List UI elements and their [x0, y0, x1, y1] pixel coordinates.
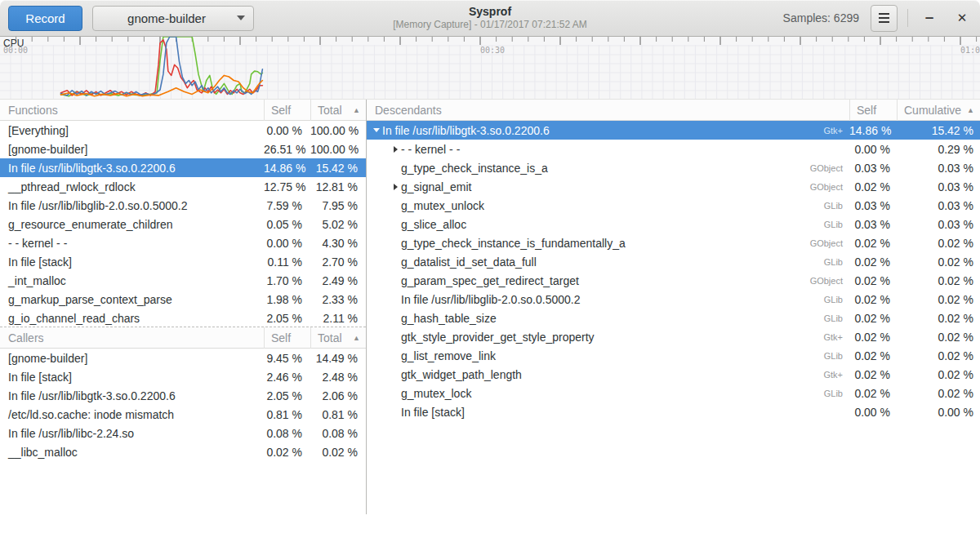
- table-row[interactable]: /etc/ld.so.cache: inode mismatch 0.81 % …: [0, 405, 366, 424]
- function-name: - - kernel - -: [0, 237, 264, 250]
- function-name: g_resource_enumerate_children: [0, 218, 264, 231]
- table-row[interactable]: In file /usr/lib/libglib-2.0.so.0.5000.2…: [367, 290, 980, 309]
- function-name: In file /usr/lib/libgtk-3.so.0.2200.6: [382, 124, 550, 137]
- minimize-button[interactable]: −: [918, 7, 941, 29]
- total-percent: 0.02 %: [310, 446, 366, 459]
- function-name: __libc_malloc: [0, 446, 264, 459]
- total-column-header[interactable]: Total ▲: [310, 100, 366, 121]
- expander-icon[interactable]: [390, 184, 401, 190]
- functions-column-header[interactable]: Functions: [0, 104, 264, 117]
- table-row[interactable]: In file /usr/lib/libgtk-3.so.0.2200.6 14…: [0, 158, 366, 177]
- table-row[interactable]: g_datalist_id_set_data_full GLib 0.02 % …: [367, 252, 980, 271]
- function-name: g_type_check_instance_is_a: [401, 162, 548, 175]
- function-name: gtk_widget_path_length: [401, 368, 522, 381]
- table-row[interactable]: [gnome-builder] 26.51 % 100.00 %: [0, 140, 366, 158]
- self-percent: 0.02 %: [849, 237, 897, 250]
- self-percent: 0.00 %: [849, 406, 897, 419]
- process-selector-dropdown[interactable]: gnome-builder: [92, 6, 254, 31]
- library-tag: GObject: [810, 238, 849, 248]
- function-name: g_io_channel_read_chars: [0, 312, 264, 325]
- callers-table: Callers Self Total ▲ [gnome-builder] 9.4…: [0, 327, 366, 461]
- total-percent: 15.42 %: [310, 162, 366, 175]
- table-row[interactable]: In file /usr/lib/libglib-2.0.so.0.5000.2…: [0, 196, 366, 215]
- table-row[interactable]: g_param_spec_get_redirect_target GObject…: [367, 271, 980, 290]
- callers-table-header: Callers Self Total ▲: [0, 327, 366, 349]
- table-row[interactable]: __libc_malloc 0.02 % 0.02 %: [0, 442, 366, 461]
- table-row[interactable]: In file [stack] 0.00 % 0.00 %: [367, 402, 980, 421]
- cumulative-percent: 0.02 %: [897, 387, 980, 400]
- table-row[interactable]: _int_malloc 1.70 % 2.49 %: [0, 271, 366, 290]
- function-name: g_param_spec_get_redirect_target: [401, 274, 579, 287]
- table-row[interactable]: g_hash_table_size GLib 0.02 % 0.02 %: [367, 309, 980, 327]
- table-row[interactable]: g_resource_enumerate_children 0.05 % 5.0…: [0, 215, 366, 233]
- table-row[interactable]: In file /usr/lib/libc-2.24.so 0.08 % 0.0…: [0, 424, 366, 442]
- cumulative-percent: 0.02 %: [897, 312, 980, 325]
- self-percent: 0.00 %: [264, 124, 310, 137]
- table-row[interactable]: - - kernel - - 0.00 % 0.29 %: [367, 140, 980, 158]
- table-row[interactable]: g_mutex_unlock GLib 0.03 % 0.03 %: [367, 196, 980, 215]
- function-name: In file [stack]: [0, 371, 264, 384]
- library-tag: GLib: [824, 257, 849, 267]
- record-button[interactable]: Record: [8, 6, 82, 31]
- self-percent: 0.03 %: [849, 218, 897, 231]
- table-row[interactable]: g_mutex_lock GLib 0.02 % 0.02 %: [367, 384, 980, 402]
- total-percent: 100.00 %: [310, 124, 366, 137]
- self-column-header[interactable]: Self: [264, 327, 310, 349]
- sort-ascending-icon: ▲: [967, 100, 974, 121]
- table-row[interactable]: gtk_style_provider_get_style_property Gt…: [367, 327, 980, 346]
- library-tag: GObject: [810, 163, 849, 173]
- self-percent: 0.08 %: [264, 427, 310, 440]
- self-percent: 0.00 %: [264, 237, 310, 250]
- callers-column-header[interactable]: Callers: [0, 331, 264, 344]
- function-name: g_hash_table_size: [401, 312, 497, 325]
- table-row[interactable]: g_type_check_instance_is_fundamentally_a…: [367, 233, 980, 252]
- table-row[interactable]: g_signal_emit GObject 0.02 % 0.03 %: [367, 177, 980, 196]
- function-name: g_mutex_unlock: [401, 199, 484, 212]
- total-percent: 2.33 %: [310, 293, 366, 306]
- cumulative-column-header[interactable]: Cumulative ▲: [897, 100, 980, 121]
- function-name: [gnome-builder]: [0, 352, 264, 365]
- expander-icon[interactable]: [390, 146, 401, 153]
- self-column-header[interactable]: Self: [849, 100, 897, 121]
- table-row[interactable]: g_type_check_instance_is_a GObject 0.03 …: [367, 158, 980, 177]
- table-row[interactable]: g_slice_alloc GLib 0.03 % 0.03 %: [367, 215, 980, 233]
- total-percent: 2.49 %: [310, 274, 366, 287]
- expander-icon[interactable]: [371, 128, 382, 132]
- close-button[interactable]: ✕: [951, 7, 973, 29]
- table-row[interactable]: g_list_remove_link GLib 0.02 % 0.02 %: [367, 346, 980, 365]
- table-row[interactable]: In file [stack] 0.11 % 2.70 %: [0, 252, 366, 271]
- self-column-header[interactable]: Self: [264, 100, 310, 121]
- library-tag: GLib: [824, 201, 849, 211]
- self-percent: 7.59 %: [264, 199, 310, 212]
- function-name: g_list_remove_link: [401, 349, 496, 362]
- function-name: In file [stack]: [0, 256, 264, 269]
- cumulative-percent: 0.00 %: [897, 406, 980, 419]
- library-tag: GLib: [824, 351, 849, 361]
- samples-count: Samples: 6299: [783, 11, 859, 24]
- self-percent: 12.75 %: [264, 180, 310, 193]
- cpu-graph[interactable]: CPU 00:00 00:30 01:00: [0, 37, 980, 100]
- function-name: g_signal_emit: [401, 180, 471, 193]
- table-row[interactable]: [Everything] 0.00 % 100.00 %: [0, 121, 366, 140]
- table-row[interactable]: gtk_widget_path_length Gtk+ 0.02 % 0.02 …: [367, 365, 980, 384]
- total-column-header[interactable]: Total ▲: [310, 327, 366, 349]
- self-percent: 14.86 %: [849, 124, 897, 137]
- self-percent: 0.05 %: [264, 218, 310, 231]
- sysprof-window: Record gnome-builder Sysprof [Memory Cap…: [0, 0, 980, 551]
- time-tick-start: 00:00: [3, 46, 28, 55]
- descendants-column-header[interactable]: Descendants: [367, 104, 849, 117]
- table-row[interactable]: g_markup_parse_context_parse 1.98 % 2.33…: [0, 290, 366, 309]
- table-row[interactable]: g_io_channel_read_chars 2.05 % 2.11 %: [0, 309, 366, 327]
- self-percent: 26.51 %: [264, 143, 310, 156]
- table-row[interactable]: In file /usr/lib/libgtk-3.so.0.2200.6 Gt…: [367, 121, 980, 140]
- descendants-table: Descendants Self Cumulative ▲ In file /u…: [367, 100, 980, 421]
- total-percent: 2.11 %: [310, 312, 366, 325]
- function-name: gtk_style_provider_get_style_property: [401, 331, 595, 344]
- menu-button[interactable]: [871, 5, 898, 32]
- table-row[interactable]: In file /usr/lib/libgtk-3.so.0.2200.6 2.…: [0, 386, 366, 405]
- self-percent: 0.02 %: [849, 180, 897, 193]
- table-row[interactable]: __pthread_rwlock_rdlock 12.75 % 12.81 %: [0, 177, 366, 196]
- table-row[interactable]: [gnome-builder] 9.45 % 14.49 %: [0, 349, 366, 367]
- table-row[interactable]: In file [stack] 2.46 % 2.48 %: [0, 367, 366, 386]
- table-row[interactable]: - - kernel - - 0.00 % 4.30 %: [0, 233, 366, 252]
